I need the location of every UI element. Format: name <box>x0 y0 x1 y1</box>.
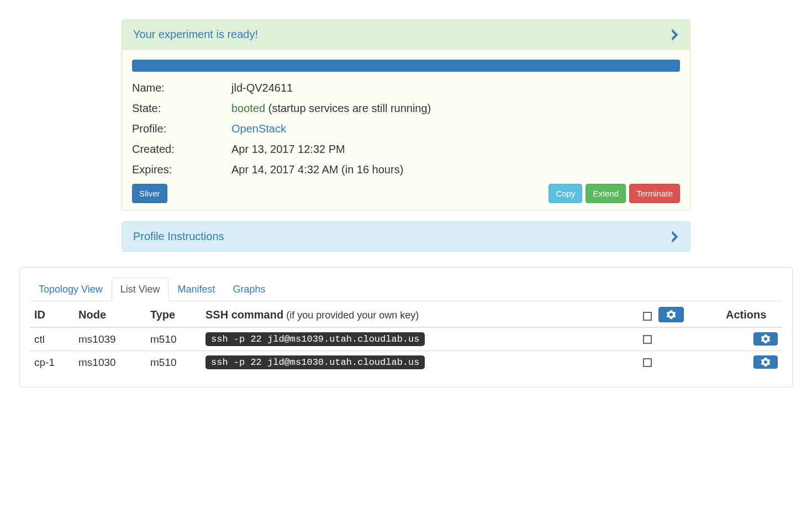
instructions-title: Profile Instructions <box>133 230 224 243</box>
gear-icon <box>761 334 770 343</box>
profile-link[interactable]: OpenStack <box>231 123 286 135</box>
select-all-checkbox[interactable] <box>643 312 652 321</box>
cell-node: ms1039 <box>74 327 146 351</box>
ready-panel-body: Name: jld-QV24611 State: booted (startup… <box>122 50 690 210</box>
ready-title[interactable]: Your experiment is ready! <box>133 28 258 41</box>
cell-node: ms1030 <box>74 351 146 374</box>
chevron-right-icon <box>671 29 679 41</box>
state-booted: booted <box>231 102 265 114</box>
ready-panel-heading[interactable]: Your experiment is ready! <box>122 20 690 50</box>
profile-label: Profile: <box>132 123 231 135</box>
th-ssh: SSH command (if you provided your own ke… <box>201 301 639 327</box>
th-actions: Actions <box>721 301 782 327</box>
chevron-right-icon <box>671 231 679 243</box>
cell-ssh: ssh -p 22 jld@ms1039.utah.cloudlab.us <box>201 327 639 351</box>
cell-type: m510 <box>146 351 201 374</box>
name-value: jld-QV24611 <box>231 82 293 94</box>
tab-manifest[interactable]: Manifest <box>168 278 224 301</box>
gear-icon <box>761 358 770 366</box>
bulk-actions-button[interactable] <box>658 307 684 322</box>
info-expires: Expires: Apr 14, 2017 4:32 AM (in 16 hou… <box>132 163 680 176</box>
cell-check <box>639 351 721 374</box>
info-profile: Profile: OpenStack <box>132 123 680 135</box>
terminate-button[interactable]: Terminate <box>629 184 680 203</box>
row-actions-button[interactable] <box>753 355 778 369</box>
info-state: State: booted (startup services are stil… <box>132 102 680 115</box>
table-row: ctlms1039m510ssh -p 22 jld@ms1039.utah.c… <box>30 327 782 351</box>
created-value: Apr 13, 2017 12:32 PM <box>231 143 345 156</box>
button-group-right: Copy Extend Terminate <box>549 184 680 203</box>
tab-list-view[interactable]: List View <box>112 278 169 301</box>
cell-actions <box>721 327 782 351</box>
instructions-heading[interactable]: Profile Instructions <box>122 222 690 251</box>
copy-button[interactable]: Copy <box>549 184 582 203</box>
view-tabs: Topology View List View Manifest Graphs <box>30 278 782 301</box>
cell-id: ctl <box>30 327 74 351</box>
row-checkbox[interactable] <box>643 335 652 344</box>
cell-type: m510 <box>146 327 201 351</box>
node-table: ID Node Type SSH command (if you provide… <box>30 301 782 374</box>
list-panel: Topology View List View Manifest Graphs … <box>19 267 793 387</box>
ready-panel: Your experiment is ready! Name: jld-QV24… <box>122 19 690 210</box>
button-row: Sliver Copy Extend Terminate <box>132 184 680 203</box>
expires-value: Apr 14, 2017 4:32 AM (in 16 hours) <box>231 163 403 176</box>
extend-button[interactable]: Extend <box>586 184 626 203</box>
ssh-command[interactable]: ssh -p 22 jld@ms1039.utah.cloudlab.us <box>205 332 425 346</box>
th-ssh-main: SSH command <box>205 309 283 321</box>
th-type: Type <box>146 301 201 327</box>
cell-actions <box>721 351 782 374</box>
instructions-panel: Profile Instructions <box>122 221 690 252</box>
tab-topology-view[interactable]: Topology View <box>30 278 112 301</box>
created-label: Created: <box>132 143 231 156</box>
expires-label: Expires: <box>132 163 231 176</box>
cell-ssh: ssh -p 22 jld@ms1030.utah.cloudlab.us <box>201 351 639 374</box>
cell-check <box>639 327 721 351</box>
sliver-button[interactable]: Sliver <box>132 184 167 203</box>
state-value: booted (startup services are still runni… <box>231 102 431 115</box>
state-suffix: (startup services are still running) <box>265 102 431 114</box>
name-label: Name: <box>132 82 231 94</box>
row-checkbox[interactable] <box>643 358 652 367</box>
ssh-command[interactable]: ssh -p 22 jld@ms1030.utah.cloudlab.us <box>205 355 425 369</box>
cell-id: cp-1 <box>30 351 74 374</box>
th-check <box>639 301 721 327</box>
row-actions-button[interactable] <box>753 332 778 346</box>
th-node: Node <box>74 301 146 327</box>
state-label: State: <box>132 102 231 115</box>
table-row: cp-1ms1030m510ssh -p 22 jld@ms1030.utah.… <box>30 351 782 374</box>
progress-bar <box>132 60 680 72</box>
info-name: Name: jld-QV24611 <box>132 82 680 94</box>
gear-icon <box>667 310 676 319</box>
th-ssh-note: (if you provided your own key) <box>283 310 419 321</box>
tab-graphs[interactable]: Graphs <box>224 278 274 301</box>
info-created: Created: Apr 13, 2017 12:32 PM <box>132 143 680 156</box>
th-id: ID <box>30 301 74 327</box>
